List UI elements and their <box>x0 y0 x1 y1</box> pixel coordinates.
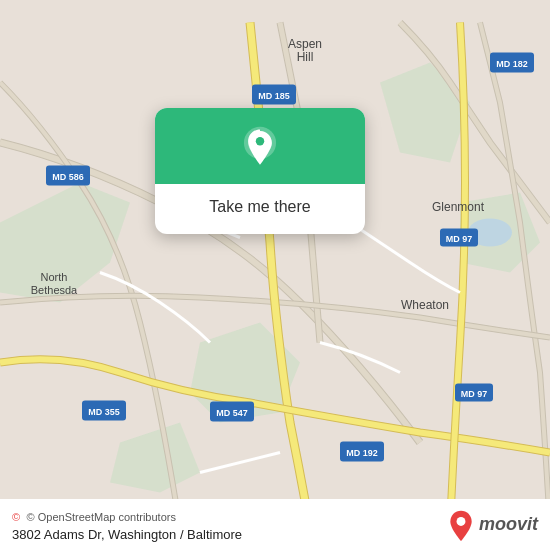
moovit-brand-label: moovit <box>479 514 538 535</box>
address-text: 3802 Adams Dr, Washington / Baltimore <box>12 527 242 542</box>
popup-card: Take me there <box>155 108 365 234</box>
svg-text:Glenmont: Glenmont <box>432 200 485 214</box>
svg-text:MD 97: MD 97 <box>461 389 488 399</box>
popup-button-section[interactable]: Take me there <box>155 184 365 234</box>
svg-text:Wheaton: Wheaton <box>401 298 449 312</box>
moovit-logo: moovit <box>447 509 538 541</box>
svg-marker-2 <box>380 63 470 163</box>
svg-point-30 <box>256 137 264 145</box>
map-container: MD 182 MD 185 MD 586 MD 97 MD 97 MD 355 … <box>0 0 550 550</box>
map-pin-icon <box>238 126 282 170</box>
svg-text:Hill: Hill <box>297 50 314 64</box>
svg-point-31 <box>457 517 466 526</box>
svg-text:Bethesda: Bethesda <box>31 284 78 296</box>
svg-text:MD 182: MD 182 <box>496 59 528 69</box>
bottom-bar: © © OpenStreetMap contributors 3802 Adam… <box>0 499 550 550</box>
svg-text:North: North <box>41 271 68 283</box>
svg-text:MD 185: MD 185 <box>258 91 290 101</box>
map-svg: MD 182 MD 185 MD 586 MD 97 MD 97 MD 355 … <box>0 0 550 550</box>
take-me-there-button[interactable]: Take me there <box>209 194 310 220</box>
svg-marker-3 <box>110 423 200 493</box>
svg-text:Aspen: Aspen <box>288 37 322 51</box>
svg-text:MD 547: MD 547 <box>216 408 248 418</box>
popup-green-section <box>155 108 365 184</box>
osm-credit-text: © OpenStreetMap contributors <box>27 511 176 523</box>
osm-credit: © © OpenStreetMap contributors <box>12 507 242 525</box>
moovit-pin-icon <box>447 509 475 541</box>
svg-text:MD 355: MD 355 <box>88 407 120 417</box>
svg-text:MD 97: MD 97 <box>446 234 473 244</box>
svg-text:MD 192: MD 192 <box>346 448 378 458</box>
svg-text:MD 586: MD 586 <box>52 172 84 182</box>
